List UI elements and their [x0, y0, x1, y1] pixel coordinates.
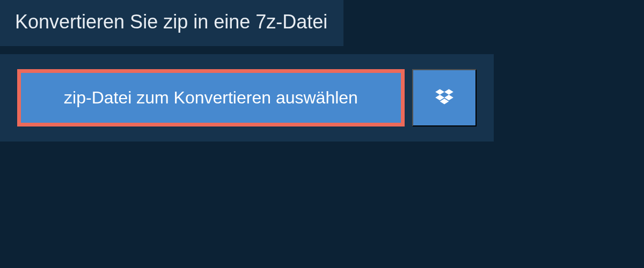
upload-panel: zip-Datei zum Konvertieren auswählen [0, 54, 494, 142]
button-row: zip-Datei zum Konvertieren auswählen [17, 69, 477, 126]
header-bar: Konvertieren Sie zip in eine 7z-Datei [0, 0, 343, 46]
dropbox-button[interactable] [412, 69, 477, 126]
dropbox-icon [433, 87, 456, 109]
select-file-button[interactable]: zip-Datei zum Konvertieren auswählen [17, 69, 405, 126]
page-title: Konvertieren Sie zip in eine 7z-Datei [15, 11, 327, 33]
